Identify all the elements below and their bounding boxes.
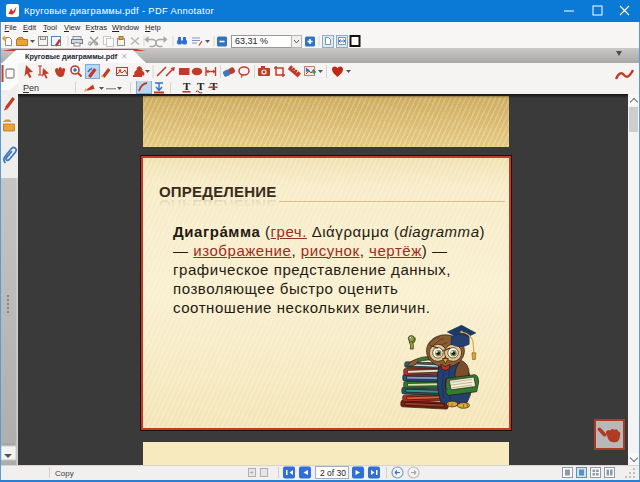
svg-text:T: T <box>183 81 191 92</box>
svg-text:63,31 %: 63,31 % <box>235 36 268 46</box>
svg-text:T: T <box>197 81 205 92</box>
svg-text:2 of 30: 2 of 30 <box>320 468 346 478</box>
